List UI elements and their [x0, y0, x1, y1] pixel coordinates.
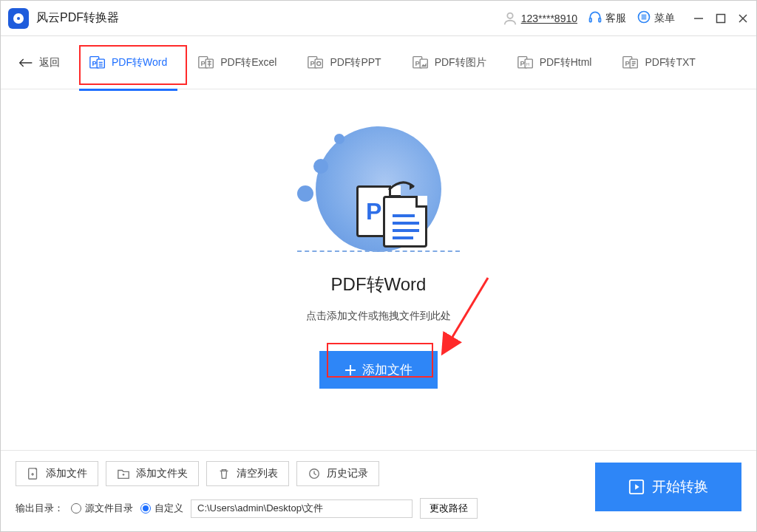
svg-text:P: P	[92, 59, 96, 66]
add-folder-button[interactable]: 添加文件夹	[106, 461, 199, 486]
app-title: 风云PDF转换器	[36, 10, 119, 26]
svg-text:H: H	[526, 62, 529, 66]
tabbar: 返回 P PDF转Word P PDF转Excel P PDF转PPT P PD…	[1, 36, 756, 89]
tab-label: PDF转Word	[112, 56, 167, 69]
radio-custom-dir[interactable]: 自定义	[140, 502, 183, 515]
pdf-image-icon: P	[413, 55, 429, 70]
main-subtitle: 点击添加文件或拖拽文件到此处	[306, 310, 451, 323]
tab-pdf-to-txt[interactable]: P PDF转TXT	[621, 52, 696, 73]
start-convert-label: 开始转换	[652, 477, 708, 497]
add-file-button[interactable]: 添加文件	[16, 461, 98, 486]
svg-text:P: P	[415, 59, 419, 66]
change-path-button[interactable]: 更改路径	[420, 498, 478, 519]
back-label: 返回	[39, 56, 60, 69]
radio-source-label: 源文件目录	[85, 502, 133, 515]
titlebar: 风云PDF转换器 123****8910 客服 菜单	[1, 1, 756, 36]
menu-label: 菜单	[654, 12, 675, 25]
svg-point-0	[507, 13, 512, 18]
app-logo	[8, 8, 29, 29]
hero-illustration	[297, 126, 460, 252]
user-avatar-icon	[502, 10, 518, 27]
svg-rect-7	[97, 59, 104, 68]
tab-pdf-to-html[interactable]: PH PDF转Html	[516, 52, 594, 73]
svg-text:P: P	[625, 59, 630, 66]
tab-label: PDF转Excel	[220, 56, 276, 69]
svg-rect-2	[599, 18, 601, 21]
svg-rect-1	[590, 18, 592, 21]
start-convert-button[interactable]: 开始转换	[595, 463, 741, 511]
svg-text:P: P	[310, 59, 315, 66]
clear-list-button[interactable]: 清空列表	[206, 461, 289, 486]
close-button[interactable]	[737, 13, 749, 24]
pdf-html-icon: PH	[517, 55, 534, 70]
history-button[interactable]: 历史记录	[296, 461, 379, 486]
main-title: PDF转Word	[331, 273, 427, 296]
svg-text:P: P	[520, 59, 524, 66]
history-label: 历史记录	[327, 467, 368, 480]
menu-link[interactable]: 菜单	[637, 10, 675, 27]
add-file-main-label: 添加文件	[362, 361, 413, 378]
main-drop-area[interactable]: PDF转Word 点击添加文件或拖拽文件到此处 添加文件	[1, 89, 756, 450]
tab-label: PDF转PPT	[330, 56, 381, 69]
tab-pdf-to-excel[interactable]: P PDF转Excel	[197, 52, 278, 73]
clear-list-label: 清空列表	[237, 467, 278, 480]
minimize-button[interactable]	[693, 13, 705, 24]
menu-icon	[637, 10, 651, 27]
tab-label: PDF转TXT	[645, 56, 695, 69]
output-path-input[interactable]	[191, 499, 413, 518]
svg-text:P: P	[201, 59, 206, 66]
pdf-txt-icon: P	[622, 55, 639, 70]
svg-rect-4	[717, 14, 725, 22]
tab-pdf-to-word[interactable]: P PDF转Word	[88, 52, 169, 73]
output-dir-label: 输出目录：	[16, 502, 64, 515]
back-button[interactable]: 返回	[18, 56, 60, 69]
bottom-bar: 添加文件 添加文件夹 清空列表 历史记录 输出目录： 源文件目录 自定义 更改路…	[1, 450, 756, 531]
support-label: 客服	[605, 12, 626, 25]
svg-rect-13	[316, 59, 323, 68]
tab-pdf-to-image[interactable]: P PDF转图片	[411, 52, 488, 73]
add-file-main-button[interactable]: 添加文件	[319, 351, 438, 389]
maximize-button[interactable]	[715, 13, 727, 24]
add-folder-label: 添加文件夹	[136, 467, 188, 480]
radio-source-dir[interactable]: 源文件目录	[71, 502, 133, 515]
support-link[interactable]: 客服	[588, 10, 626, 27]
tab-pdf-to-ppt[interactable]: P PDF转PPT	[306, 52, 382, 73]
headset-icon	[588, 10, 602, 27]
tab-label: PDF转图片	[435, 56, 486, 69]
user-phone[interactable]: 123****8910	[521, 13, 577, 24]
pdf-excel-icon: P	[198, 55, 214, 70]
titlebar-right: 123****8910 客服 菜单	[502, 10, 749, 27]
radio-custom-label: 自定义	[155, 502, 183, 515]
pdf-word-icon: P	[89, 55, 106, 70]
tab-label: PDF转Html	[540, 56, 592, 69]
pdf-ppt-icon: P	[308, 55, 324, 70]
add-file-label: 添加文件	[46, 467, 87, 480]
